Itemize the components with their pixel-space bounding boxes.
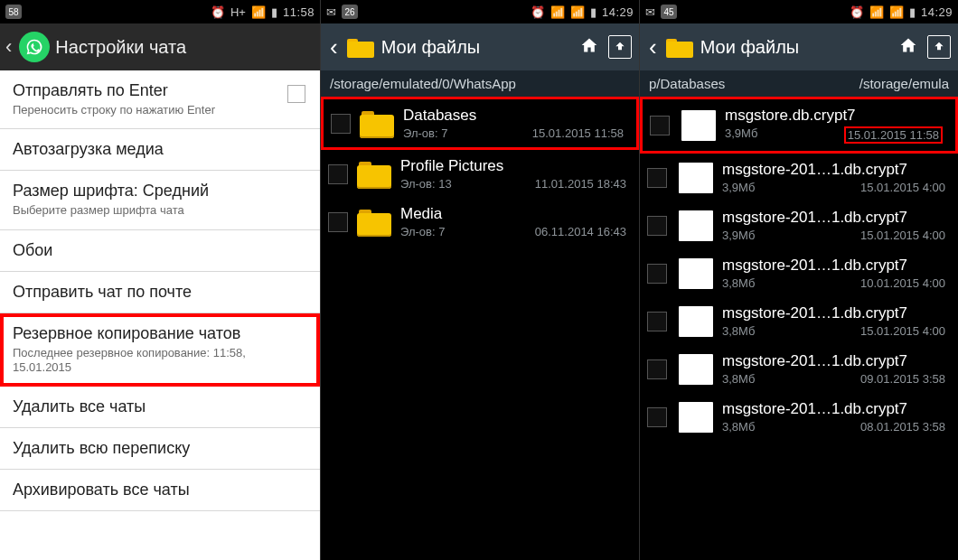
- up-icon[interactable]: [927, 35, 951, 59]
- file-size: 3,8Мб: [722, 324, 755, 338]
- file-date: 09.01.2015 3:58: [860, 372, 945, 386]
- checkbox[interactable]: [287, 85, 305, 103]
- network-icon: 📶: [550, 5, 565, 19]
- file-sub: Эл-ов: 715.01.2015 11:58: [403, 126, 624, 140]
- file-row[interactable]: msgstore-201…1.db.crypt73,9Мб15.01.2015 …: [640, 201, 958, 249]
- checkbox[interactable]: [647, 264, 667, 284]
- file-sub: 3,9Мб15.01.2015 4:00: [722, 181, 945, 194]
- file-meta: msgstore.db.crypt73,9Мб15.01.2015 11:58: [725, 107, 946, 144]
- file-icon: [679, 163, 713, 193]
- file-row[interactable]: msgstore-201…1.db.crypt73,8Мб15.01.2015 …: [640, 297, 958, 345]
- folder-row[interactable]: MediaЭл-ов: 706.11.2014 16:43: [321, 198, 639, 246]
- file-meta: Profile PicturesЭл-ов: 1311.01.2015 18:4…: [400, 157, 630, 191]
- file-icon: [679, 306, 713, 337]
- file-date: 06.11.2014 16:43: [535, 225, 626, 238]
- page-title: Настройки чата: [55, 37, 186, 58]
- file-list: DatabasesЭл-ов: 715.01.2015 11:58Profile…: [321, 97, 639, 560]
- mail-icon: ✉: [326, 5, 336, 19]
- folder-row[interactable]: DatabasesЭл-ов: 715.01.2015 11:58: [321, 97, 639, 150]
- checkbox[interactable]: [647, 407, 667, 427]
- settings-item-title: Удалить все чаты: [13, 397, 307, 416]
- screen-whatsapp-settings: 58 ⏰ H+ 📶 ▮ 11:58 ‹ Настройки чата Отпра…: [0, 0, 320, 560]
- checkbox[interactable]: [647, 359, 667, 379]
- settings-item[interactable]: Отправить чат по почте: [0, 272, 320, 313]
- clock: 14:29: [921, 5, 953, 19]
- settings-item[interactable]: Обои: [0, 230, 320, 272]
- checkbox[interactable]: [328, 164, 348, 184]
- path-left: p/Databases: [649, 76, 725, 91]
- file-sub: Эл-ов: 1311.01.2015 18:43: [400, 177, 626, 191]
- settings-item[interactable]: Удалить все чаты: [0, 387, 320, 428]
- file-meta: MediaЭл-ов: 706.11.2014 16:43: [400, 205, 630, 238]
- file-meta: msgstore-201…1.db.crypt73,8Мб10.01.2015 …: [722, 257, 949, 290]
- alarm-icon: ⏰: [850, 5, 864, 19]
- folder-icon: [357, 208, 391, 237]
- signal-icon: 📶: [570, 5, 585, 19]
- file-name: Profile Pictures: [400, 157, 626, 175]
- file-meta: DatabasesЭл-ов: 715.01.2015 11:58: [403, 107, 627, 140]
- file-sub: 3,8Мб10.01.2015 4:00: [722, 276, 945, 290]
- path-text: /storage/emulated/0/WhatsApp: [330, 76, 516, 91]
- settings-item[interactable]: Отправлять по EnterПереносить строку по …: [0, 70, 320, 129]
- file-row[interactable]: msgstore-201…1.db.crypt73,8Мб08.01.2015 …: [640, 393, 958, 441]
- back-icon[interactable]: ‹: [647, 33, 659, 61]
- network-icon: H+: [230, 5, 246, 19]
- checkbox[interactable]: [647, 168, 667, 188]
- checkbox[interactable]: [331, 114, 351, 134]
- checkbox[interactable]: [647, 312, 667, 331]
- settings-item[interactable]: Резервное копирование чатовПоследнее рез…: [0, 313, 320, 387]
- home-icon[interactable]: [578, 36, 601, 59]
- file-size: 3,9Мб: [722, 181, 755, 194]
- file-sub: Эл-ов: 706.11.2014 16:43: [400, 225, 626, 238]
- folder-row[interactable]: Profile PicturesЭл-ов: 1311.01.2015 18:4…: [321, 150, 639, 198]
- notification-badge: 45: [661, 5, 677, 19]
- status-bar: 58 ⏰ H+ 📶 ▮ 11:58: [0, 0, 320, 23]
- checkbox[interactable]: [328, 212, 348, 232]
- file-date: 11.01.2015 18:43: [535, 177, 626, 191]
- back-icon[interactable]: ‹: [328, 33, 340, 61]
- status-bar: ✉ 45 ⏰ 📶 📶 ▮ 14:29: [640, 0, 958, 23]
- path-bar: /storage/emulated/0/WhatsApp: [321, 70, 639, 97]
- file-row[interactable]: msgstore-201…1.db.crypt73,9Мб15.01.2015 …: [640, 154, 958, 201]
- settings-item-title: Отправить чат по почте: [13, 283, 307, 302]
- file-name: msgstore-201…1.db.crypt7: [722, 161, 945, 179]
- file-name: msgstore-201…1.db.crypt7: [722, 209, 945, 227]
- settings-item[interactable]: Автозагрузка медиа: [0, 129, 320, 171]
- settings-item[interactable]: Размер шрифта: СреднийВыберите размер шр…: [0, 171, 320, 229]
- file-size: Эл-ов: 7: [400, 225, 445, 238]
- file-name: msgstore-201…1.db.crypt7: [722, 400, 945, 418]
- file-size: 3,8Мб: [722, 420, 755, 434]
- file-sub: 3,8Мб09.01.2015 3:58: [722, 372, 945, 386]
- settings-item-title: Отправлять по Enter: [13, 81, 307, 100]
- file-name: msgstore-201…1.db.crypt7: [722, 352, 945, 370]
- clock: 11:58: [283, 5, 315, 19]
- file-row[interactable]: msgstore-201…1.db.crypt73,8Мб09.01.2015 …: [640, 345, 958, 393]
- file-name: msgstore-201…1.db.crypt7: [722, 304, 945, 322]
- screen-myfiles-databases: ✉ 45 ⏰ 📶 📶 ▮ 14:29 ‹ Мои файлы p/Databas…: [639, 0, 958, 560]
- file-size: 3,9Мб: [722, 229, 755, 242]
- path-right: /storage/emula: [859, 76, 949, 91]
- screen-myfiles-whatsapp: ✉ 26 ⏰ 📶 📶 ▮ 14:29 ‹ Мои файлы /storage/…: [320, 0, 639, 560]
- file-row[interactable]: msgstore.db.crypt73,9Мб15.01.2015 11:58: [640, 97, 958, 154]
- back-icon[interactable]: ‹: [5, 35, 12, 59]
- file-row[interactable]: msgstore-201…1.db.crypt73,8Мб10.01.2015 …: [640, 249, 958, 297]
- home-icon[interactable]: [897, 36, 920, 59]
- settings-item-title: Обои: [13, 241, 307, 260]
- notification-badge: 26: [342, 5, 358, 19]
- file-icon: [679, 354, 713, 385]
- mail-icon: ✉: [645, 5, 655, 19]
- file-name: msgstore-201…1.db.crypt7: [722, 257, 945, 275]
- checkbox[interactable]: [647, 216, 667, 236]
- folder-icon: [360, 109, 394, 138]
- checkbox[interactable]: [650, 116, 670, 135]
- settings-item[interactable]: Удалить всю переписку: [0, 428, 320, 470]
- file-list: msgstore.db.crypt73,9Мб15.01.2015 11:58m…: [640, 97, 958, 560]
- up-icon[interactable]: [608, 35, 632, 59]
- settings-item[interactable]: Архивировать все чаты: [0, 470, 320, 511]
- file-icon: [679, 258, 713, 289]
- file-date: 08.01.2015 3:58: [860, 420, 945, 434]
- file-meta: msgstore-201…1.db.crypt73,8Мб15.01.2015 …: [722, 304, 949, 338]
- battery-icon: ▮: [271, 5, 277, 19]
- files-titlebar: ‹ Мои файлы: [640, 23, 958, 70]
- settings-item-subtitle: Выберите размер шрифта чата: [13, 203, 307, 218]
